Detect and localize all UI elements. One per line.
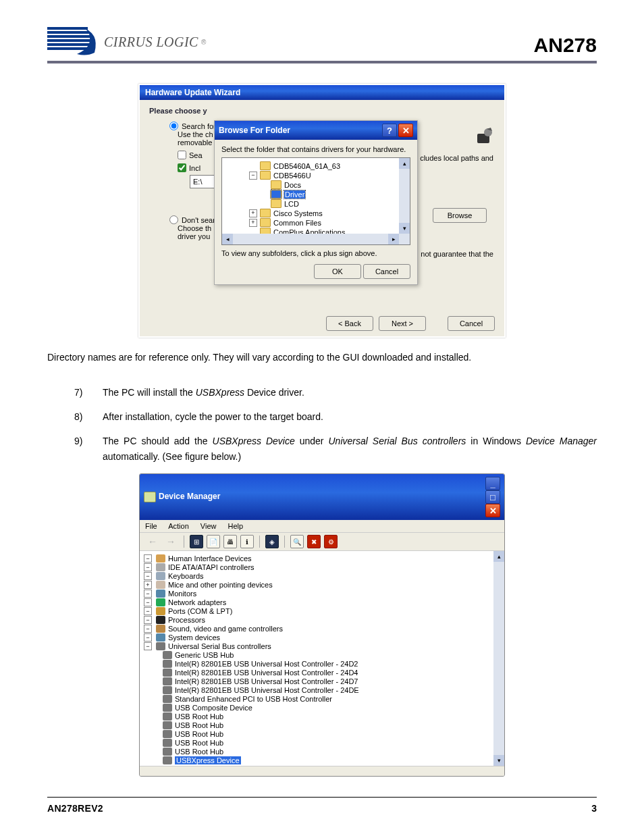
svg-rect-0 — [47, 27, 88, 30]
device-item[interactable]: Intel(R) 82801EB USB Universal Host Cont… — [163, 677, 500, 685]
ok-button[interactable]: OK — [314, 264, 361, 279]
toolbar-icon[interactable]: ℹ — [240, 535, 254, 548]
menu-file[interactable]: File — [145, 522, 157, 530]
step-text: The PC will install the USBXpress Device… — [103, 385, 597, 400]
device-item[interactable]: USB Root Hub — [163, 712, 500, 721]
screenshot-wizard: Hardware Update Wizard Please choose y S… — [47, 84, 597, 338]
toolbar-icon[interactable]: ⚙ — [324, 535, 338, 548]
device-item[interactable]: USB Root Hub — [163, 730, 500, 738]
wizard-title: Hardware Update Wizard — [140, 85, 504, 100]
minimize-icon[interactable]: _ — [485, 477, 500, 490]
menu-action[interactable]: Action — [168, 522, 189, 530]
svg-rect-3 — [47, 39, 92, 42]
close-icon[interactable]: ✕ — [398, 124, 413, 137]
radio-search-label: Search for — [182, 122, 216, 130]
toolbar-icon[interactable]: ✖ — [307, 535, 321, 548]
svg-rect-1 — [47, 31, 89, 34]
device-item[interactable]: USBXpress Device — [163, 756, 500, 764]
browse-title: Browse For Folder — [219, 126, 290, 135]
forward-arrow-icon: → — [163, 536, 178, 547]
device-tree[interactable]: −Human Interface Devices −IDE ATA/ATAPI … — [140, 551, 504, 766]
close-icon[interactable]: ✕ — [485, 504, 500, 517]
footer-rev: AN278REV2 — [47, 803, 103, 814]
folder-tree[interactable]: CDB5460A_61A_63 −CDB5466U Docs Driver LC… — [221, 157, 410, 245]
step-number: 9) — [74, 434, 89, 464]
browse-button[interactable]: Browse — [433, 208, 487, 223]
device-item[interactable]: Intel(R) 82801EB USB Universal Host Cont… — [163, 686, 500, 694]
toolbar-icon[interactable]: 🔍 — [290, 535, 304, 548]
scrollbar-vertical[interactable]: ▴▾ — [493, 551, 504, 766]
step-number: 7) — [74, 385, 89, 400]
cancel-button[interactable]: Cancel — [448, 316, 495, 331]
step-number: 8) — [74, 409, 89, 424]
help-icon[interactable]: ? — [382, 124, 397, 137]
device-item[interactable]: Generic USB Hub — [163, 651, 500, 659]
next-button[interactable]: Next > — [379, 316, 426, 331]
device-item[interactable]: USB Root Hub — [163, 739, 500, 747]
toolbar: ← → ⊞ 📄 🖶 ℹ ◈ 🔍 ✖ ⚙ — [140, 533, 504, 551]
device-item[interactable]: Intel(R) 82801EB USB Universal Host Cont… — [163, 669, 500, 677]
device-item[interactable]: USB Composite Device — [163, 704, 500, 712]
menu-bar[interactable]: File Action View Help — [140, 520, 504, 533]
checkbox-sea[interactable] — [178, 151, 186, 159]
back-arrow-icon: ← — [145, 536, 160, 547]
svg-rect-4 — [47, 43, 93, 46]
step-text: The PC should add the USBXpress Device u… — [103, 434, 597, 464]
radio-search[interactable] — [169, 122, 178, 130]
hint-text: not guarantee that the — [421, 250, 493, 258]
browse-dialog: Browse For Folder ? ✕ Select the folder … — [214, 120, 418, 285]
scrollbar-vertical[interactable]: ▴▾ — [399, 158, 410, 244]
hardware-icon — [475, 127, 495, 147]
note-text: Directory names are for reference only. … — [47, 351, 597, 365]
radio-dont-search[interactable] — [169, 215, 178, 224]
menu-help[interactable]: Help — [228, 522, 244, 530]
back-button[interactable]: < Back — [326, 316, 373, 331]
doc-id: AN278 — [534, 34, 597, 57]
toolbar-icon[interactable]: 📄 — [207, 535, 220, 548]
toolbar-icon[interactable]: ⊞ — [190, 535, 203, 548]
browse-hint: To view any subfolders, click a plus sig… — [221, 249, 410, 257]
scrollbar-horizontal[interactable]: ◂▸ — [222, 234, 399, 244]
step-text: After installation, cycle the power to t… — [103, 409, 597, 424]
device-item[interactable]: USB Root Hub — [163, 748, 500, 756]
device-item[interactable]: Intel(R) 82801EB USB Universal Host Cont… — [163, 660, 500, 668]
hint-text: cludes local paths and — [420, 154, 493, 162]
menu-view[interactable]: View — [200, 522, 217, 530]
wizard-heading: Please choose y — [149, 107, 495, 115]
toolbar-icon[interactable]: ◈ — [265, 535, 279, 548]
radio-dont-label: Don't sear — [182, 216, 215, 224]
device-item[interactable]: Standard Enhanced PCI to USB Host Contro… — [163, 695, 500, 703]
browse-instruction: Select the folder that contains drivers … — [221, 145, 410, 153]
checkbox-incl[interactable] — [178, 163, 186, 172]
browse-cancel-button[interactable]: Cancel — [363, 264, 410, 279]
maximize-icon[interactable]: □ — [485, 490, 500, 504]
footer-page: 3 — [591, 803, 597, 814]
devmgr-title: Device Manager — [159, 492, 220, 501]
svg-rect-2 — [47, 35, 90, 38]
brand-logo: CIRRUS LOGIC ® — [47, 27, 206, 57]
toolbar-icon[interactable]: 🖶 — [223, 535, 237, 548]
brand-name: CIRRUS LOGIC — [104, 34, 198, 50]
screenshot-device-manager: Device Manager _ □ ✕ File Action View He… — [139, 473, 505, 777]
device-item[interactable]: USB Root Hub — [163, 721, 500, 729]
